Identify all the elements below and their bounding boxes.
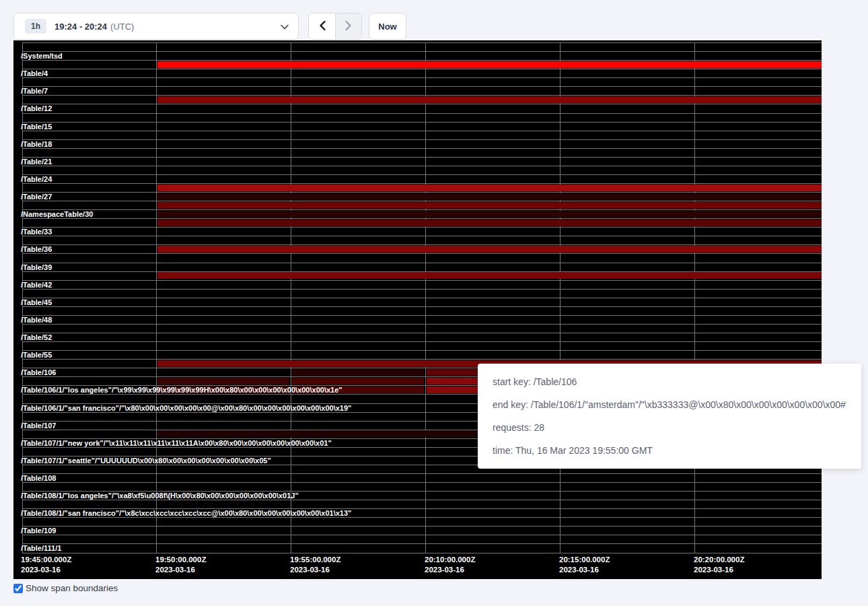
tooltip-start-key: start key: /Table/106: [493, 376, 846, 389]
span-boundary-line: [22, 148, 822, 149]
key-span-label: /Table/108/1/"san francisco"/"\x8c\xcc\x…: [21, 509, 351, 517]
x-axis-time-label: 20:10:00.000Z: [425, 555, 475, 564]
x-axis-time-label: 19:45:00.000Z: [21, 555, 71, 564]
span-tooltip: start key: /Table/106 end key: /Table/10…: [478, 364, 861, 469]
span-boundary-line: [22, 113, 822, 114]
span-boundary-line: [22, 306, 822, 307]
key-span-label: /Table/45: [21, 298, 52, 306]
heatmap-hot-cell[interactable]: [157, 272, 822, 279]
key-span-label: /Table/15: [21, 123, 52, 131]
key-span-label: /Table/27: [21, 193, 52, 201]
span-boundary-line: [22, 298, 822, 298]
x-axis-date-label: 2023-03-16: [290, 565, 330, 575]
time-nav-group: [308, 13, 362, 40]
x-axis-date-label: 2023-03-16: [694, 565, 733, 575]
span-boundary-line: [22, 236, 822, 236]
now-button[interactable]: Now: [369, 13, 406, 40]
span-boundaries-label: Show span boundaries: [26, 583, 118, 593]
span-boundary-line: [22, 86, 822, 87]
span-boundaries-checkbox[interactable]: [13, 584, 23, 593]
span-boundary-line: [22, 289, 822, 290]
key-span-label: /Table/21: [21, 158, 52, 166]
heatmap-hot-cell[interactable]: [157, 220, 822, 226]
span-boundary-line: [22, 473, 822, 474]
key-span-label: /Table/108: [21, 474, 56, 482]
heatmap-hot-cell[interactable]: [157, 193, 822, 200]
key-span-label: /Table/12: [21, 104, 52, 112]
time-preset-badge: 1h: [25, 19, 46, 34]
key-span-label: /Table/52: [21, 333, 52, 341]
span-boundary-line: [22, 51, 822, 52]
key-visualizer-page: { "toolbar": { "preset": "1h", "range": …: [0, 0, 868, 606]
tooltip-time: time: Thu, 16 Mar 2023 19:55:00 GMT: [493, 444, 846, 457]
x-axis-time-label: 19:55:00.000Z: [290, 555, 340, 564]
time-bucket-line: [560, 42, 560, 553]
span-boundary-line: [22, 341, 822, 342]
tooltip-requests: requests: 28: [493, 422, 846, 434]
next-interval-button[interactable]: [335, 13, 361, 39]
chevron-right-icon: [345, 20, 353, 33]
span-boundary-line: [22, 166, 822, 166]
toolbar: 1h 19:24 - 20:24 (UTC) Now: [13, 13, 406, 40]
time-bucket-line: [156, 42, 157, 553]
span-boundary-line: [22, 131, 822, 131]
key-span-label: /Table/106/1/"san francisco"/"\x80\x00\x…: [21, 404, 351, 412]
span-boundary-line: [22, 333, 822, 333]
time-range-dropdown[interactable]: 1h 19:24 - 20:24 (UTC): [13, 13, 299, 40]
key-span-label: /Table/111/1: [21, 544, 61, 552]
key-span-label: /Table/48: [21, 316, 52, 324]
span-boundary-line: [22, 526, 822, 527]
span-boundary-line: [22, 157, 822, 158]
x-axis-time-label: 19:50:00.000Z: [155, 555, 206, 564]
key-span-label: /Table/4: [21, 69, 48, 77]
span-boundary-line: [22, 553, 822, 553]
span-boundary-line: [22, 350, 822, 351]
key-span-label: /Table/18: [21, 140, 52, 148]
span-boundary-line: [22, 315, 822, 316]
time-range-label: 19:24 - 20:24: [55, 22, 107, 32]
key-span-label: /Table/42: [21, 281, 52, 289]
key-span-label: /Table/107/1/"seattle"/"UUUUUUD\x00\x80\…: [21, 457, 271, 465]
time-zone-label: (UTC): [110, 22, 134, 32]
x-axis-time-label: 20:15:00.000Z: [559, 555, 610, 564]
x-axis-time-label: 20:20:00.000Z: [694, 555, 744, 564]
show-span-boundaries-toggle[interactable]: Show span boundaries: [13, 583, 118, 593]
chevron-down-icon: [281, 20, 289, 32]
heatmap-hot-cell[interactable]: [157, 211, 822, 217]
time-bucket-line: [694, 42, 695, 553]
heatmap-hot-cell[interactable]: [157, 202, 822, 209]
span-boundary-line: [22, 543, 822, 544]
span-boundary-line: [22, 77, 822, 78]
span-boundary-line: [22, 263, 822, 263]
key-span-label: /Table/7: [21, 87, 48, 95]
heatmap-hot-cell[interactable]: [157, 96, 822, 103]
span-boundary-line: [22, 122, 822, 123]
span-boundary-line: [22, 253, 822, 254]
key-span-label: /Table/108/1/"los angeles"/"\xa8\xf5\u00…: [21, 492, 299, 500]
key-span-label: /Table/106: [21, 368, 56, 376]
span-boundary-line: [22, 324, 822, 325]
span-boundary-line: [22, 104, 822, 104]
key-span-label: /Table/39: [21, 263, 52, 271]
span-boundary-line: [22, 280, 822, 281]
heatmap-hot-cell[interactable]: [292, 378, 424, 384]
key-span-label: /NamespaceTable/30: [21, 210, 93, 218]
chevron-left-icon: [318, 20, 326, 33]
heatmap-hot-cell[interactable]: [157, 184, 822, 191]
key-span-label: /Table/107: [21, 422, 56, 430]
time-bucket-line: [425, 42, 426, 553]
key-visualizer-heatmap[interactable]: /System/tsd/Table/4/Table/7/Table/12/Tab…: [13, 40, 822, 579]
x-axis-date-label: 2023-03-16: [559, 565, 599, 575]
heatmap-hot-cell[interactable]: [157, 378, 289, 384]
previous-interval-button[interactable]: [309, 13, 335, 39]
heatmap-hot-cell[interactable]: [292, 369, 424, 376]
key-span-label: /Table/106/1/"los angeles"/"\x99\x99\x99…: [21, 386, 342, 394]
heatmap-hot-cell[interactable]: [157, 246, 822, 252]
key-span-label: /Table/55: [21, 351, 52, 359]
span-boundary-line: [22, 500, 822, 500]
key-span-label: /Table/107/1/"new york"/"\x11\x11\x11\x1…: [21, 439, 332, 447]
heatmap-hot-cell[interactable]: [157, 61, 822, 68]
span-boundary-line: [22, 517, 822, 518]
span-boundary-line: [22, 174, 822, 175]
time-bucket-line: [291, 42, 291, 553]
